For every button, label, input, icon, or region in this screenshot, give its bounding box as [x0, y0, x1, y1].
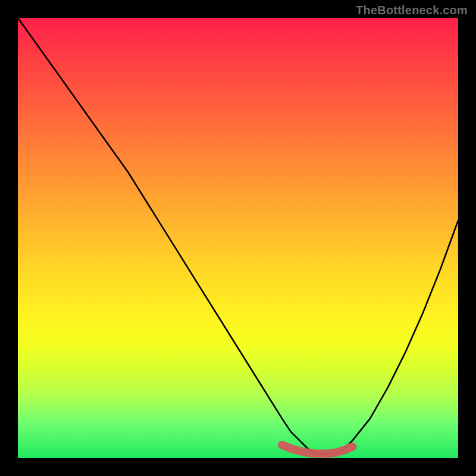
curve-layer — [18, 18, 458, 458]
main-curve — [18, 18, 458, 454]
chart-stage: TheBottleneck.com — [0, 0, 476, 476]
watermark-label: TheBottleneck.com — [356, 4, 468, 17]
sweet-spot-curve — [282, 445, 352, 454]
plot-area — [18, 18, 458, 458]
